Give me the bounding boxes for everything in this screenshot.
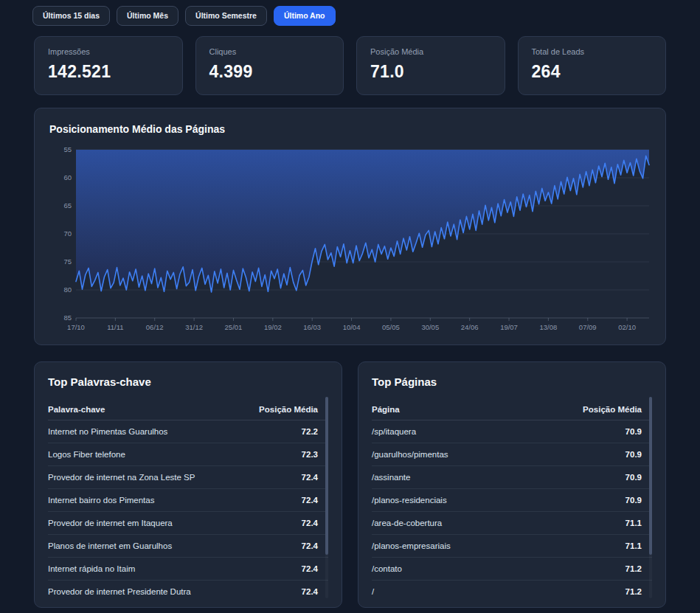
stat-label: Cliques bbox=[209, 47, 330, 56]
table-cell-name: /assinante bbox=[372, 473, 410, 482]
table-body[interactable]: /sp/itaquera70.9/guarulhos/pimentas70.9/… bbox=[372, 420, 652, 603]
filter-button-ultimo-semestre[interactable]: Último Semestre bbox=[185, 6, 267, 26]
table-row: Provedor de internet em Itaquera72.4 bbox=[48, 512, 328, 535]
column-header-keyword: Palavra-chave bbox=[48, 405, 105, 414]
table-scrollbar[interactable] bbox=[649, 397, 652, 598]
table-row: Provedor de internet Presidente Dutra72.… bbox=[48, 581, 328, 603]
svg-text:02/10: 02/10 bbox=[618, 323, 636, 331]
svg-text:75: 75 bbox=[63, 257, 72, 266]
table-cell-name: /area-de-cobertura bbox=[372, 519, 442, 527]
stat-label: Posição Média bbox=[370, 47, 491, 56]
table-cell-value: 70.9 bbox=[626, 450, 642, 459]
table-cell-value: 72.2 bbox=[302, 427, 318, 436]
table-cell-name: /contato bbox=[372, 564, 402, 573]
table-cell-value: 72.4 bbox=[302, 587, 318, 596]
dashboard: Últimos 15 dias Último Mês Último Semest… bbox=[0, 0, 700, 608]
filter-button-ultimo-ano[interactable]: Último Ano bbox=[274, 6, 336, 26]
table-cell-name: Internet rápida no Itaim bbox=[48, 564, 135, 573]
table-cell-name: Planos de internet em Guarulhos bbox=[48, 541, 172, 550]
table-row: Logos Fiber telefone72.3 bbox=[48, 443, 328, 466]
table-cell-name: /sp/itaquera bbox=[372, 427, 416, 436]
table-cell-value: 72.4 bbox=[302, 564, 318, 573]
chart-series bbox=[76, 150, 649, 292]
table-cell-name: /guarulhos/pimentas bbox=[372, 450, 448, 459]
table-cell-name: Provedor de internet na Zona Leste SP bbox=[48, 473, 195, 482]
stats-row: Impressões 142.521 Cliques 4.399 Posição… bbox=[34, 36, 666, 95]
filter-button-ultimo-mes[interactable]: Último Mês bbox=[117, 6, 179, 26]
table-cell-name: Provedor de internet em Itaquera bbox=[48, 519, 173, 527]
table-header: Palavra-chave Posição Média bbox=[48, 399, 328, 420]
svg-text:17/10: 17/10 bbox=[67, 323, 85, 331]
table-title: Top Páginas bbox=[372, 375, 652, 388]
table-cell-value: 72.4 bbox=[302, 519, 318, 527]
table-cell-value: 72.3 bbox=[302, 450, 318, 459]
svg-text:85: 85 bbox=[63, 314, 72, 322]
table-scrollbar[interactable] bbox=[325, 397, 328, 598]
svg-text:16/03: 16/03 bbox=[303, 323, 321, 331]
stat-value: 264 bbox=[532, 62, 653, 82]
table-row: Internet rápida no Itaim72.4 bbox=[48, 558, 328, 581]
svg-text:11/11: 11/11 bbox=[107, 323, 123, 331]
svg-text:60: 60 bbox=[63, 173, 72, 181]
table-cell-value: 72.4 bbox=[302, 473, 318, 482]
table-row: /sp/itaquera70.9 bbox=[372, 420, 652, 443]
svg-text:13/08: 13/08 bbox=[539, 323, 557, 331]
table-cell-value: 71.2 bbox=[626, 564, 642, 573]
stat-value: 71.0 bbox=[370, 62, 491, 82]
stat-label: Impressões bbox=[48, 47, 169, 56]
stat-label: Total de Leads bbox=[532, 47, 653, 56]
table-row: Planos de internet em Guarulhos72.4 bbox=[48, 535, 328, 558]
table-cell-value: 71.1 bbox=[626, 519, 642, 527]
filter-button-ultimos-15-dias[interactable]: Últimos 15 dias bbox=[32, 6, 110, 26]
table-body[interactable]: Internet no Pimentas Guarulhos72.2Logos … bbox=[48, 420, 328, 603]
svg-text:05/05: 05/05 bbox=[382, 323, 400, 331]
table-cell-value: 72.4 bbox=[302, 496, 318, 505]
table-header: Página Posição Média bbox=[372, 399, 652, 420]
table-title: Top Palavras-chave bbox=[48, 375, 328, 388]
svg-text:25/01: 25/01 bbox=[225, 323, 243, 331]
svg-text:07/09: 07/09 bbox=[579, 323, 597, 331]
table-cell-name: Internet bairro dos Pimentas bbox=[48, 496, 154, 505]
table-cell-name: Provedor de internet Presidente Dutra bbox=[48, 587, 191, 596]
chart-card: Posicionamento Médio das Páginas 5560657… bbox=[34, 108, 666, 345]
svg-text:10/04: 10/04 bbox=[343, 323, 361, 331]
svg-text:31/12: 31/12 bbox=[185, 323, 203, 331]
svg-text:65: 65 bbox=[63, 201, 72, 209]
svg-text:80: 80 bbox=[63, 285, 72, 294]
svg-text:06/12: 06/12 bbox=[146, 323, 164, 331]
table-row: /planos-empresariais71.1 bbox=[372, 535, 652, 558]
filter-bar: Últimos 15 dias Último Mês Último Semest… bbox=[32, 6, 666, 26]
table-cell-name: /planos-residenciais bbox=[372, 496, 447, 505]
svg-text:19/07: 19/07 bbox=[500, 323, 518, 331]
table-row: /planos-residenciais70.9 bbox=[372, 489, 652, 512]
table-cell-name: Internet no Pimentas Guarulhos bbox=[48, 427, 167, 436]
scrollbar-thumb[interactable] bbox=[325, 397, 328, 555]
tables-row: Top Palavras-chave Palavra-chave Posição… bbox=[34, 361, 666, 608]
scrollbar-thumb[interactable] bbox=[649, 397, 652, 555]
column-header-page: Página bbox=[372, 405, 400, 414]
stat-value: 4.399 bbox=[209, 62, 330, 82]
stat-value: 142.521 bbox=[48, 62, 169, 82]
svg-text:30/05: 30/05 bbox=[421, 323, 439, 331]
stat-card-impressoes: Impressões 142.521 bbox=[34, 36, 183, 95]
svg-text:70: 70 bbox=[63, 229, 72, 238]
table-cell-value: 71.2 bbox=[626, 587, 642, 596]
table-cell-value: 70.9 bbox=[626, 496, 642, 505]
table-row: /contato71.2 bbox=[372, 558, 652, 581]
svg-text:19/02: 19/02 bbox=[264, 323, 282, 331]
table-cell-value: 70.9 bbox=[626, 473, 642, 482]
table-row: /guarulhos/pimentas70.9 bbox=[372, 443, 652, 466]
table-row: /area-de-cobertura71.1 bbox=[372, 512, 652, 535]
table-row: Provedor de internet na Zona Leste SP72.… bbox=[48, 466, 328, 489]
top-pages-card: Top Páginas Página Posição Média /sp/ita… bbox=[358, 361, 666, 608]
position-line-chart[interactable]: 5560657075808517/1011/1106/1231/1225/011… bbox=[49, 144, 651, 334]
chart-title: Posicionamento Médio das Páginas bbox=[49, 123, 651, 135]
table-row: Internet bairro dos Pimentas72.4 bbox=[48, 489, 328, 512]
stat-card-total-de-leads: Total de Leads 264 bbox=[518, 36, 667, 95]
table-row: Internet no Pimentas Guarulhos72.2 bbox=[48, 420, 328, 443]
table-cell-value: 71.1 bbox=[626, 541, 642, 550]
top-keywords-card: Top Palavras-chave Palavra-chave Posição… bbox=[34, 361, 342, 608]
table-cell-name: Logos Fiber telefone bbox=[48, 450, 125, 459]
svg-text:55: 55 bbox=[63, 145, 72, 153]
column-header-position: Posição Média bbox=[583, 405, 642, 414]
